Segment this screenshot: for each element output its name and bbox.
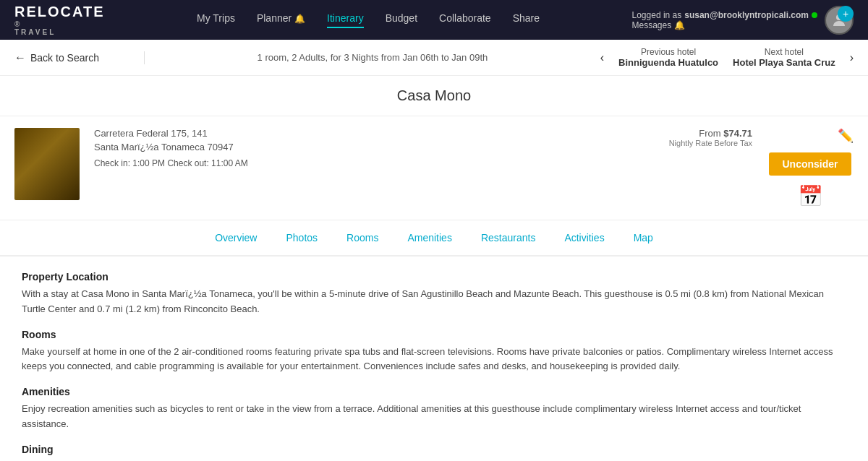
messages-link[interactable]: Messages 🔔	[632, 20, 817, 30]
back-to-search-button[interactable]: ← Back to Search	[14, 51, 145, 64]
plus-button[interactable]: +	[838, 6, 854, 22]
section-property-location: Property Location With a stay at Casa Mo…	[22, 271, 846, 317]
sub-header: ← Back to Search 1 room, 2 Adults, for 3…	[0, 40, 868, 76]
hotel-checkin: Check in: 1:00 PM Check out: 11:00 AM	[94, 158, 593, 168]
planner-bell-icon: 🔔	[294, 14, 305, 24]
tab-overview[interactable]: Overview	[215, 229, 257, 246]
price-note: Nightly Rate Before Tax	[608, 139, 752, 147]
tab-map[interactable]: Map	[634, 229, 653, 246]
messages-bell-icon: 🔔	[674, 20, 685, 30]
hotel-actions: ✏️ Unconsider 📅	[767, 128, 854, 208]
online-indicator	[812, 12, 817, 18]
back-arrow-icon: ←	[14, 51, 26, 64]
nav-share[interactable]: Share	[513, 12, 540, 28]
logo-sub: TRAVEL	[14, 28, 105, 36]
hotel-address-line1: Carretera Federal 175, 141	[94, 128, 593, 139]
main-nav: My Trips Planner 🔔 Itinerary Budget Coll…	[197, 12, 540, 28]
price-amount: $74.71	[723, 128, 752, 139]
hotel-image	[14, 128, 80, 200]
tab-photos[interactable]: Photos	[286, 229, 318, 246]
back-label: Back to Search	[30, 52, 99, 64]
calendar-icon[interactable]: 📅	[798, 184, 823, 208]
section-dining: Dining Take advantage of the guesthouse'…	[22, 444, 846, 461]
user-info: Logged in as susan@brooklyntropicali.com…	[632, 10, 817, 30]
tab-activities[interactable]: Activities	[564, 229, 604, 246]
property-location-title: Property Location	[22, 271, 846, 283]
dining-title: Dining	[22, 444, 846, 455]
price-from-label: From $74.71	[608, 128, 752, 139]
amenities-title: Amenities	[22, 386, 846, 397]
header: RELOCATE® TRAVEL My Trips Planner 🔔 Itin…	[0, 0, 868, 40]
nav-collaborate[interactable]: Collaborate	[439, 12, 491, 28]
user-email: Logged in as susan@brooklyntropicali.com	[632, 10, 817, 20]
booking-info: 1 room, 2 Adults, for 3 Nights from Jan …	[159, 52, 586, 63]
property-location-text: With a stay at Casa Mono in Santa Marï¿½…	[22, 287, 846, 317]
hotel-info-section: Carretera Federal 175, 141 Santa Marï¿½a…	[0, 116, 868, 220]
user-email-value: susan@brooklyntropicali.com	[684, 10, 809, 20]
nav-my-trips[interactable]: My Trips	[197, 12, 235, 28]
amenities-text: Enjoy recreation amenities such as bicyc…	[22, 402, 846, 432]
nav-planner[interactable]: Planner 🔔	[257, 12, 305, 28]
rooms-title: Rooms	[22, 329, 846, 340]
tab-restaurants[interactable]: Restaurants	[481, 229, 535, 246]
tab-rooms[interactable]: Rooms	[346, 229, 378, 246]
rooms-text: Make yourself at home in one of the 2 ai…	[22, 345, 846, 375]
user-section: Logged in as susan@brooklyntropicali.com…	[632, 6, 854, 35]
section-amenities: Amenities Enjoy recreation amenities suc…	[22, 386, 846, 432]
edit-icon[interactable]: ✏️	[838, 128, 854, 144]
hotel-details: Carretera Federal 175, 141 Santa Marï¿½a…	[94, 128, 593, 168]
nav-budget[interactable]: Budget	[386, 12, 417, 28]
unconsider-button[interactable]: Unconsider	[769, 152, 851, 176]
next-hotel[interactable]: Next hotel Hotel Playa Santa Cruz	[733, 47, 835, 68]
hotel-description: Property Location With a stay at Casa Mo…	[0, 257, 868, 461]
hotel-address-line2: Santa Marï¿½a Tonameca 70947	[94, 142, 593, 152]
hotel-title: Casa Mono	[0, 76, 868, 116]
prev-hotel[interactable]: Previous hotel Binniguenda Huatulco	[618, 47, 718, 68]
prev-hotel-arrow[interactable]: ‹	[600, 51, 604, 64]
hotel-price-section: From $74.71 Nightly Rate Before Tax	[608, 128, 752, 147]
detail-tabs: Overview Photos Rooms Amenities Restaura…	[0, 220, 868, 257]
next-hotel-arrow[interactable]: ›	[850, 51, 854, 64]
trademark: ®	[14, 20, 105, 28]
logo: RELOCATE® TRAVEL	[14, 4, 105, 36]
nav-itinerary[interactable]: Itinerary	[327, 12, 364, 28]
hotel-navigation: ‹ Previous hotel Binniguenda Huatulco Ne…	[600, 47, 854, 68]
tab-amenities[interactable]: Amenities	[407, 229, 451, 246]
section-rooms: Rooms Make yourself at home in one of th…	[22, 329, 846, 375]
